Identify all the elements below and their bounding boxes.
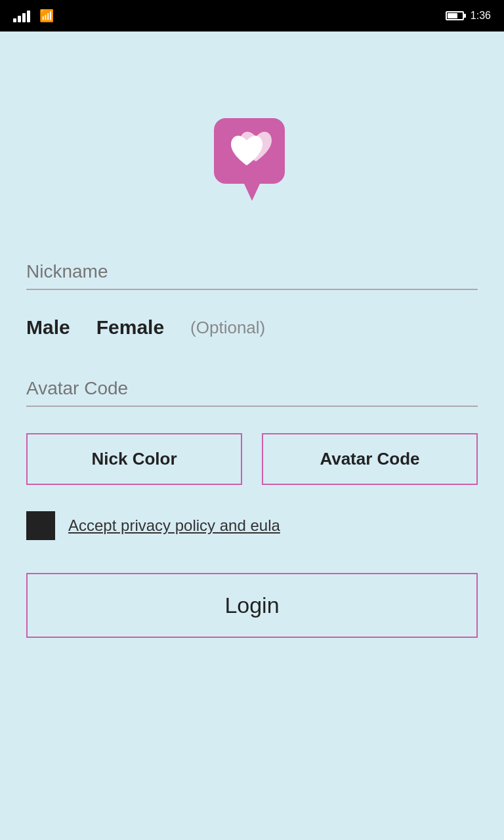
wifi-icon: 📶: [39, 9, 54, 23]
battery-icon: [446, 11, 464, 20]
status-bar: 📶 1:36: [0, 0, 504, 32]
nickname-input[interactable]: [26, 255, 478, 290]
gender-optional-label: (Optional): [190, 318, 265, 338]
avatar-code-input[interactable]: [26, 371, 478, 407]
avatar-code-button[interactable]: Avatar Code: [262, 433, 478, 485]
privacy-policy-link[interactable]: Accept privacy policy and eula: [68, 516, 280, 535]
privacy-checkbox[interactable]: [26, 511, 55, 540]
app-logo: [213, 117, 291, 202]
time-display: 1:36: [471, 10, 491, 22]
gender-male-option[interactable]: Male: [26, 316, 70, 339]
nick-color-button[interactable]: Nick Color: [26, 433, 242, 485]
privacy-row: Accept privacy policy and eula: [26, 511, 478, 540]
logo-container: [213, 117, 291, 202]
gender-female-option[interactable]: Female: [96, 316, 164, 339]
main-content: Male Female (Optional) Nick Color Avatar…: [0, 32, 504, 840]
status-left: 📶: [13, 9, 54, 23]
signal-icon: [13, 9, 30, 22]
login-button[interactable]: Login: [26, 573, 478, 638]
gender-row: Male Female (Optional): [26, 310, 478, 345]
status-right: 1:36: [446, 10, 491, 22]
action-button-row: Nick Color Avatar Code: [26, 433, 478, 485]
form-container: Male Female (Optional) Nick Color Avatar…: [26, 255, 478, 658]
svg-marker-1: [244, 184, 260, 201]
